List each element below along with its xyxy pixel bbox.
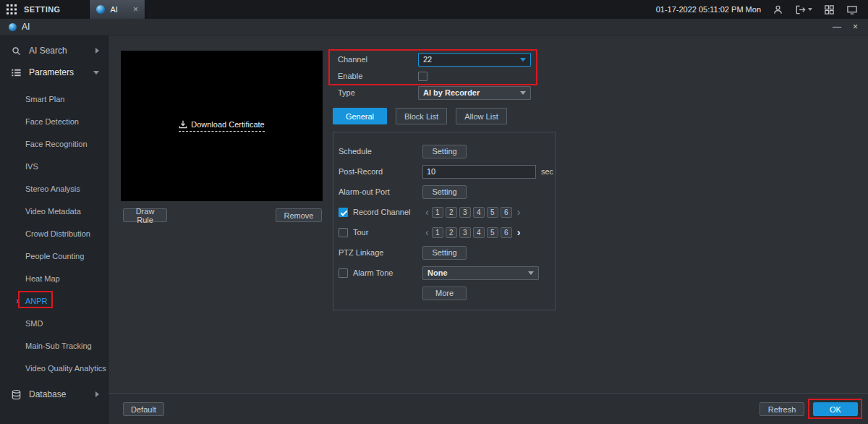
record-channel-checkbox[interactable] [339,208,348,217]
channel-dropdown[interactable]: 22 [418,53,531,67]
sidebar-item-smd[interactable]: SMD [0,312,108,334]
top-bar-right: 01-17-2022 05:11:02 PM Mon [656,4,868,15]
tab-allow-list[interactable]: Allow List [456,108,507,124]
sidebar-item-video-metadata[interactable]: Video Metadata [0,200,108,222]
close-icon[interactable]: × [853,22,858,31]
dropdown-arrow-icon [520,58,526,62]
record-channel-1[interactable]: 1 [432,207,443,218]
sidebar-item-database[interactable]: Database [0,383,108,405]
record-channel-label: Record Channel [353,208,411,216]
display-icon[interactable] [846,4,858,15]
search-icon [11,46,22,56]
tour-checkbox[interactable] [339,228,348,237]
sidebar-item-stereo-analysis[interactable]: Stereo Analysis [0,177,108,200]
tab-ai-label: AI [110,5,117,14]
prev-channels-icon[interactable]: ‹ [425,207,429,217]
tab-block-list[interactable]: Block List [396,108,447,124]
tab-ai[interactable]: AI × [89,0,145,19]
type-value: AI by Recorder [423,88,480,97]
sub-item-label: Video Quality Analytics [25,364,106,373]
grid-view-icon[interactable] [824,4,835,15]
alarm-tone-row: Alarm Tone None [333,263,555,283]
refresh-button[interactable]: Refresh [760,402,804,416]
ptz-setting-button[interactable]: Setting [422,246,467,260]
sidebar-item-heat-map[interactable]: Heat Map [0,267,108,289]
tour-label: Tour [353,228,368,237]
type-dropdown[interactable]: AI by Recorder [418,86,531,100]
alarm-out-setting-button[interactable]: Setting [422,185,467,199]
next-channels-icon[interactable]: › [517,227,521,237]
apps-grid-icon[interactable] [7,4,17,14]
alarm-tone-checkbox[interactable] [339,268,348,278]
schedule-setting-button[interactable]: Setting [422,145,467,158]
tour-row: Tour ‹ 1 2 3 4 5 6 › [333,222,555,242]
default-button[interactable]: Default [123,402,164,416]
chevron-right-icon [95,48,99,54]
minimize-icon[interactable]: — [833,22,841,31]
user-icon[interactable] [773,4,783,15]
logout-icon[interactable] [795,4,812,15]
more-button[interactable]: More [422,287,467,300]
parameters-sub-list: Smart Plan Face Detection Face Recogniti… [0,88,108,379]
tour-channel-6[interactable]: 6 [501,227,512,238]
schedule-row: Schedule Setting [333,141,555,161]
record-channel-6[interactable]: 6 [501,207,512,218]
alarm-out-label: Alarm-out Port [339,187,422,196]
footer-bar: Default Refresh OK [109,393,868,424]
draw-rule-button[interactable]: Draw Rule [123,208,167,222]
sidebar-item-video-quality-analytics[interactable]: Video Quality Analytics [0,357,108,379]
type-label: Type [338,88,418,97]
sidebar: AI Search Parameters Smart Plan Face Det… [0,35,109,424]
list-tabs: General Block List Allow List [333,108,557,124]
chevron-down-icon [93,71,99,75]
post-record-input[interactable] [422,165,536,179]
tour-channel-2[interactable]: 2 [446,227,457,238]
tour-channel-4[interactable]: 4 [473,227,485,238]
sub-item-label: Heat Map [25,274,60,283]
sidebar-item-anpr[interactable]: › ANPR [0,289,108,312]
sidebar-item-people-counting[interactable]: People Counting [0,245,108,267]
sidebar-item-ivs[interactable]: IVS [0,155,108,177]
tab-close-icon[interactable]: × [133,4,138,14]
record-channel-5[interactable]: 5 [487,207,498,218]
datetime: 01-17-2022 05:11:02 PM Mon [656,5,761,14]
sub-item-label: SMD [25,319,43,328]
prev-channels-icon[interactable]: ‹ [425,227,429,237]
setting-menu[interactable]: SETTING [24,5,60,14]
download-certificate-link[interactable]: Download Certificate [179,120,265,132]
sidebar-item-smart-plan[interactable]: Smart Plan [0,88,108,110]
anpr-form: Channel 22 Enable Type AI by Recorder Ge… [333,51,557,310]
enable-checkbox[interactable] [418,72,427,81]
sidebar-item-crowd-distribution[interactable]: Crowd Distribution [0,222,108,245]
enable-row: Enable [333,68,557,84]
chevron-right-icon [95,391,99,397]
alarm-tone-dropdown[interactable]: None [422,266,539,280]
remove-button[interactable]: Remove [276,208,322,222]
more-row: More [333,283,555,303]
sidebar-item-parameters[interactable]: Parameters [0,62,108,83]
tour-channel-1[interactable]: 1 [432,227,443,238]
channel-row: Channel 22 [333,51,557,68]
sub-item-label: Crowd Distribution [25,229,90,238]
sub-item-label: ANPR [25,297,48,305]
record-channel-4[interactable]: 4 [473,207,485,218]
tab-general[interactable]: General [333,108,387,124]
record-channel-3[interactable]: 3 [459,207,471,218]
sidebar-item-face-recognition[interactable]: Face Recognition [0,132,108,155]
ai-title-orb-icon [9,23,17,31]
ok-button[interactable]: OK [813,402,858,416]
sidebar-item-face-detection[interactable]: Face Detection [0,110,108,132]
sidebar-label-database: Database [29,389,66,399]
alarm-tone-label: Alarm Tone [353,268,393,277]
record-channel-2[interactable]: 2 [446,207,457,218]
sub-item-label: Face Recognition [25,140,88,148]
tour-channel-5[interactable]: 5 [487,227,498,238]
next-channels-icon[interactable]: › [517,207,521,217]
alarm-tone-value: None [427,268,448,277]
sub-item-label: Face Detection [25,117,79,126]
sidebar-item-ai-search[interactable]: AI Search [0,40,108,62]
sidebar-label-ai-search: AI Search [29,46,67,56]
sidebar-item-main-sub-tracking[interactable]: Main-Sub Tracking [0,334,108,357]
sub-item-label: Main-Sub Tracking [25,342,92,350]
tour-channel-3[interactable]: 3 [459,227,471,238]
